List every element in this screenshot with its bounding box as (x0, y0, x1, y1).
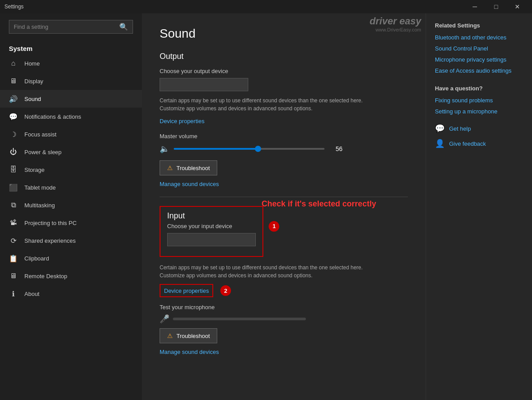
input-highlight-wrapper: Input Choose your input device 1 (160, 206, 279, 259)
output-title: Output (160, 52, 408, 61)
watermark-title: driver easy (370, 16, 421, 27)
give-feedback-icon: 👤 (435, 139, 445, 148)
output-manage-devices-link[interactable]: Manage sound devices (160, 181, 219, 187)
output-device-properties-link[interactable]: Device properties (160, 118, 204, 124)
sidebar-item-label: Notifications & actions (24, 113, 81, 120)
sidebar-item-label: Multitasking (24, 202, 55, 209)
give-feedback-link[interactable]: Give feedback (449, 140, 486, 147)
input-manage-devices-link[interactable]: Manage sound devices (160, 349, 219, 355)
input-info-text: Certain apps may be set up to use differ… (160, 264, 372, 280)
sidebar-item-label: Clipboard (24, 255, 49, 262)
sidebar-item-display[interactable]: 🖥 Display (0, 72, 142, 90)
get-help-item[interactable]: 💬 Get help (435, 124, 523, 133)
search-box[interactable]: 🔍 (9, 20, 133, 34)
search-input[interactable] (14, 23, 116, 30)
sidebar-item-tablet[interactable]: ⬛ Tablet mode (0, 179, 142, 196)
sidebar-item-label: About (24, 291, 39, 297)
sidebar: 🔍 System ⌂ Home 🖥 Display 🔊 Sound 💬 Noti… (0, 13, 142, 400)
home-icon: ⌂ (9, 59, 18, 68)
clipboard-icon: 📋 (9, 254, 18, 263)
output-section: Output Choose your output device Certain… (160, 52, 408, 188)
minimize-button[interactable]: ─ (465, 0, 485, 13)
input-troubleshoot-button[interactable]: ⚠ Troubleshoot (160, 328, 217, 343)
related-link-microphone[interactable]: Microphone privacy settings (435, 56, 523, 63)
sidebar-item-sound[interactable]: 🔊 Sound (0, 90, 142, 108)
sidebar-item-label: Tablet mode (24, 184, 56, 191)
output-troubleshoot-button[interactable]: ⚠ Troubleshoot (160, 160, 217, 175)
sidebar-item-remote[interactable]: 🖥 Remote Desktop (0, 267, 142, 285)
titlebar: Settings ─ □ ✕ (0, 0, 532, 13)
annotation-text: Check if it's selected correctly (262, 199, 376, 209)
help-section: 💬 Get help 👤 Give feedback (435, 124, 523, 148)
badge-2: 2 (220, 285, 231, 296)
input-device-label: Choose your input device (167, 223, 256, 229)
have-question-section: Have a question? Fixing sound problems S… (435, 85, 523, 115)
section-divider (160, 197, 408, 197)
sidebar-header: 🔍 (0, 13, 142, 38)
test-mic-section: Test your microphone 🎤 (160, 304, 408, 324)
question-link-microphone[interactable]: Setting up a microphone (435, 108, 523, 115)
related-settings-title: Related Settings (435, 22, 523, 29)
output-device-dropdown[interactable] (160, 78, 248, 91)
sidebar-item-power[interactable]: ⏻ Power & sleep (0, 143, 142, 161)
related-link-ease[interactable]: Ease of Access audio settings (435, 67, 523, 74)
remote-icon: 🖥 (9, 272, 18, 280)
sidebar-item-label: Projecting to this PC (24, 220, 77, 226)
close-button[interactable]: ✕ (507, 0, 528, 13)
related-link-bluetooth[interactable]: Bluetooth and other devices (435, 34, 523, 41)
sidebar-item-projecting[interactable]: 📽 Projecting to this PC (0, 214, 142, 232)
slider-thumb (255, 146, 261, 152)
maximize-button[interactable]: □ (486, 0, 506, 13)
device-props-wrapper: Device properties 2 (160, 284, 408, 297)
display-icon: 🖥 (9, 77, 18, 85)
shared-icon: ⟳ (9, 236, 18, 245)
slider-fill (174, 148, 258, 150)
give-feedback-item[interactable]: 👤 Give feedback (435, 139, 523, 148)
sidebar-item-label: Shared experiences (24, 237, 76, 244)
sidebar-item-notifications[interactable]: 💬 Notifications & actions (0, 108, 142, 125)
sidebar-item-label: Storage (24, 167, 45, 173)
warning-icon: ⚠ (167, 164, 173, 171)
slider-track (174, 148, 325, 150)
sidebar-item-shared[interactable]: ⟳ Shared experiences (0, 232, 142, 249)
input-device-properties-link[interactable]: Device properties (164, 287, 209, 294)
sidebar-item-focus[interactable]: ☽ Focus assist (0, 125, 142, 143)
get-help-link[interactable]: Get help (449, 125, 471, 132)
have-question-title: Have a question? (435, 85, 523, 92)
volume-icon: 🔈 (160, 144, 169, 154)
focus-icon: ☽ (9, 130, 18, 139)
volume-slider[interactable] (174, 144, 325, 153)
sidebar-item-label: Display (24, 78, 43, 85)
troubleshoot-label: Troubleshoot (176, 165, 210, 171)
sidebar-item-storage[interactable]: 🗄 Storage (0, 161, 142, 179)
input-title: Input (167, 211, 256, 221)
input-troubleshoot-label: Troubleshoot (176, 333, 210, 339)
watermark-url: www.DriverEasy.com (370, 27, 421, 32)
content-area: driver easy www.DriverEasy.com Sound Out… (142, 13, 426, 400)
notifications-icon: 💬 (9, 112, 18, 121)
tablet-icon: ⬛ (9, 183, 18, 192)
sidebar-item-clipboard[interactable]: 📋 Clipboard (0, 249, 142, 267)
related-link-sound-panel[interactable]: Sound Control Panel (435, 45, 523, 52)
input-device-dropdown[interactable] (167, 233, 256, 246)
multitasking-icon: ⧉ (9, 201, 18, 210)
sidebar-item-label: Home (24, 60, 40, 67)
sidebar-item-label: Remote Desktop (24, 273, 67, 280)
question-link-fixing[interactable]: Fixing sound problems (435, 97, 523, 104)
badge-1: 1 (269, 221, 279, 232)
titlebar-title: Settings (4, 4, 23, 10)
sound-icon: 🔊 (9, 94, 18, 103)
get-help-icon: 💬 (435, 124, 445, 133)
test-mic-label: Test your microphone (160, 304, 408, 311)
sidebar-item-label: Sound (24, 96, 41, 102)
input-highlight-box: Input Choose your input device (160, 206, 263, 257)
about-icon: ℹ (9, 289, 18, 298)
volume-row: 🔈 56 (160, 144, 408, 154)
device-properties-highlight: Device properties (160, 284, 213, 297)
sidebar-item-about[interactable]: ℹ About (0, 285, 142, 303)
mic-bar-track (173, 318, 306, 320)
sidebar-item-home[interactable]: ⌂ Home (0, 54, 142, 72)
sidebar-item-multitasking[interactable]: ⧉ Multitasking (0, 196, 142, 214)
mic-bar-container: 🎤 (160, 314, 408, 324)
projecting-icon: 📽 (9, 218, 18, 227)
